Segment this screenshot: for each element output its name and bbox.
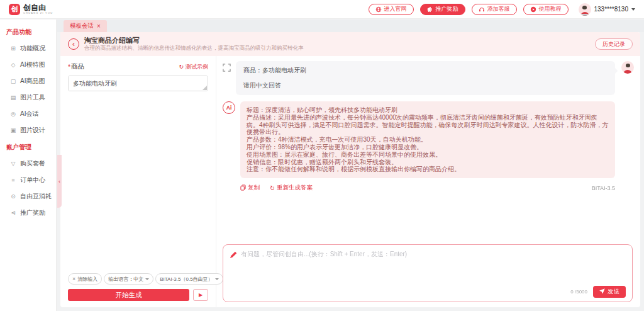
sidebar-item-label: AI会话	[20, 110, 38, 118]
headset-icon	[479, 6, 485, 13]
cart-icon: ▽	[10, 161, 16, 167]
ai-message-bubble: 标题：深度清洁，贴心呵护，领先科技多功能电动牙刷 产品描述：采用最先进的声波技术…	[240, 101, 615, 178]
close-icon[interactable]: ×	[97, 23, 101, 30]
order-icon: ≡	[10, 177, 16, 183]
model-select[interactable]: BITAI-3.5（0.5自由豆）	[155, 273, 223, 285]
sidebar-item-label: 图片工具	[20, 93, 45, 102]
sidebar-item-ai-chat[interactable]: ◎AI会话	[0, 106, 56, 122]
user-avatar	[579, 3, 591, 16]
overview-icon: ⊞	[10, 45, 16, 52]
clear-input-button[interactable]: × 清除输入	[68, 273, 102, 285]
sidebar-item-bean-usage[interactable]: ⊙自由豆消耗	[0, 188, 56, 205]
message-actions: 复制 ↻ 重新生成答案 BITAI-3.5	[240, 184, 615, 192]
sidebar-item-label: 自由豆消耗	[20, 192, 52, 201]
product-input[interactable]: 多功能电动牙刷	[68, 76, 208, 91]
megaphone-icon	[427, 6, 433, 13]
model-image-icon: ◇	[10, 62, 16, 68]
regenerate-button[interactable]: ↻ 重新生成答案	[270, 184, 313, 192]
sidebar-section-account: 账户管理	[0, 139, 56, 156]
top-header: 创 创自由 CHUANG ZI YOU 进入官网 推广奖励 添加客服 使用教程	[0, 0, 644, 19]
design-icon: ▣	[10, 127, 16, 133]
expand-icon[interactable]	[223, 63, 231, 74]
official-site-button[interactable]: 进入官网	[369, 4, 414, 15]
sidebar-item-label: 图片设计	[20, 126, 45, 135]
app-name-en: CHUANG ZI YOU	[23, 11, 53, 14]
template-session-card: ‹ 淘宝商品介绍编写 合理的商品描述结构、清晰的信息传达和情感化的表达，提高淘宝…	[60, 32, 640, 307]
ai-message-row: Ai 标题：深度清洁，贴心呵护，领先科技多功能电动牙刷 产品描述：采用最先进的声…	[223, 101, 634, 178]
send-label: 发送	[608, 288, 619, 296]
history-button[interactable]: 历史记录	[595, 38, 633, 50]
test-example-link[interactable]: ↻ 测试示例	[179, 63, 208, 71]
user-avatar	[621, 61, 634, 74]
sidebar-section-product: 产品功能	[0, 23, 56, 40]
sidebar-item-label: 订单中心	[20, 176, 45, 184]
copy-button[interactable]: 复制	[240, 184, 260, 192]
bean-icon: ⊙	[10, 193, 16, 200]
promotion-reward-button[interactable]: 推广奖励	[420, 4, 465, 15]
tutorial-icon	[530, 6, 536, 13]
run-button[interactable]: ▶	[193, 289, 208, 301]
chat-input-box: 0 /5000 发送	[223, 244, 633, 302]
send-icon	[599, 288, 605, 295]
tutorial-button[interactable]: 使用教程	[523, 4, 569, 15]
char-counter: 0 /5000	[570, 289, 587, 295]
copy-label: 复制	[248, 184, 260, 192]
chevron-down-icon	[631, 8, 635, 11]
output-language-value: 输出语言：中文	[108, 276, 143, 283]
globe-icon	[375, 6, 382, 13]
user-menu[interactable]: 133****8130	[579, 3, 636, 16]
sidebar-item-label: 推广奖励	[20, 208, 45, 217]
back-button[interactable]: ‹	[68, 38, 79, 50]
clear-input-label: 清除输入	[77, 276, 97, 283]
form-panel: * 商品 ↻ 测试示例 多功能电动牙刷 × 清除输入	[60, 56, 216, 307]
form-spacer	[68, 91, 208, 273]
output-language-select[interactable]: 输出语言：中文	[104, 273, 153, 285]
product-field-label: 商品	[71, 62, 84, 71]
required-mark: *	[68, 63, 70, 71]
app-name: 创自由	[23, 4, 53, 11]
product-image-icon: ▢	[10, 78, 16, 84]
regenerate-label: 重新生成答案	[277, 184, 313, 192]
sidebar-item-label: 购买套餐	[20, 159, 45, 168]
sidebar-item-label: AI模特图	[20, 60, 45, 69]
sidebar-item-image-tools[interactable]: ▤图片工具	[0, 89, 56, 106]
start-generate-button[interactable]: 开始生成	[68, 289, 189, 301]
chevron-left-icon: ‹	[58, 179, 60, 184]
sidebar-item-image-design[interactable]: ▣图片设计	[0, 122, 56, 139]
sidebar-item-order-center[interactable]: ≡订单中心	[0, 172, 56, 188]
sidebar-item-buy-package[interactable]: ▽购买套餐	[0, 156, 56, 172]
send-button[interactable]: 发送	[593, 286, 626, 298]
copy-icon	[240, 184, 246, 192]
chat-panel: 商品：多功能电动牙刷 请用中文回答 Ai 标题：深度清洁，贴心呵护，领先科技多功…	[216, 56, 640, 307]
sidebar: 产品功能 ⊞功能概况 ◇AI模特图 ▢AI商品图 ▤图片工具 ◎AI会话 ▣图片…	[0, 20, 57, 311]
refresh-icon: ↻	[179, 64, 184, 70]
main-area: 模板会话 × ‹ ‹ 淘宝商品介绍编写 合理的商品描述结构、清晰的信息传达和情感…	[57, 20, 644, 311]
promotion-reward-label: 推广奖励	[436, 5, 458, 13]
sidebar-item-promotion-reward[interactable]: ⊲推广奖励	[0, 205, 56, 221]
model-version-label: BITAI-3.5	[592, 185, 615, 191]
sidebar-item-ai-product-image[interactable]: ▢AI商品图	[0, 73, 56, 89]
tutorial-label: 使用教程	[539, 5, 562, 13]
ai-message-line: 使用场景图：展示在家庭、旅行、商务出差等不同场景中的使用效果。	[247, 151, 609, 159]
user-message-line: 商品：多功能电动牙刷	[243, 66, 608, 75]
sidebar-item-ai-model-image[interactable]: ◇AI模特图	[0, 57, 56, 73]
sidebar-item-label: AI商品图	[20, 77, 45, 86]
ai-message-line: 产品描述：采用最先进的声波技术，每分钟高达40000次的震动频率，彻底清洁牙齿间…	[247, 114, 609, 136]
sidebar-item-feature-overview[interactable]: ⊞功能概况	[0, 40, 56, 57]
pen-icon	[230, 250, 237, 261]
tab-label: 模板会话	[70, 22, 94, 30]
user-message-line: 请用中文回答	[243, 81, 608, 90]
ai-message-line: 产品参数：4种清洁模式，充电一次可使用30天，自动关机功能。	[247, 136, 609, 144]
tab-template-session[interactable]: 模板会话 ×	[64, 20, 107, 32]
clear-icon: ×	[72, 276, 75, 282]
back-icon: ‹	[72, 40, 75, 48]
refresh-icon: ↻	[270, 184, 275, 191]
chat-input[interactable]	[241, 250, 626, 285]
image-tools-icon: ▤	[10, 94, 16, 101]
tab-bar: 模板会话 ×	[57, 20, 644, 32]
logo-icon: 创	[9, 4, 20, 15]
collapse-panel-handle[interactable]: ‹	[57, 155, 62, 208]
customer-service-button[interactable]: 添加客服	[472, 4, 517, 15]
member-badge-icon	[580, 14, 589, 16]
app-logo[interactable]: 创 创自由 CHUANG ZI YOU	[9, 4, 53, 15]
